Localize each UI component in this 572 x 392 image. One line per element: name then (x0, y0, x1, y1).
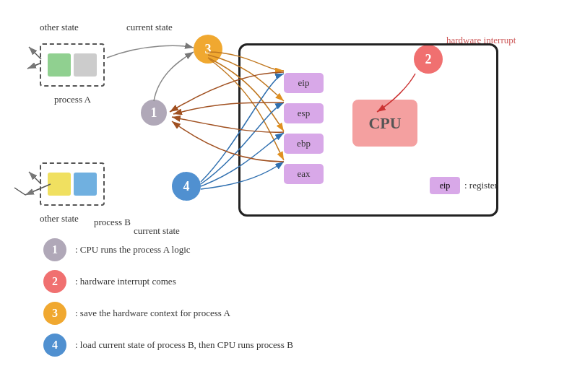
legend-text-2: : hardware interrupt comes (75, 276, 176, 287)
legend-text-3: : save the hardware context for process … (75, 308, 230, 319)
register-legend: eip : register (430, 177, 498, 194)
reg-eax: eax (284, 164, 324, 184)
process-b-current-state (74, 173, 97, 196)
circle-4: 4 (172, 172, 201, 201)
current-state-bottom-label: current state (134, 225, 180, 237)
process-a-current-state (74, 53, 97, 77)
reg-legend-box: eip (430, 177, 460, 194)
process-b-other-state (48, 173, 71, 196)
legend-item-4: 4 : load current state of process B, the… (43, 334, 293, 357)
circle-3: 3 (194, 35, 222, 64)
current-state-top-label: current state (126, 22, 173, 33)
reg-esp: esp (284, 103, 324, 123)
circle-1: 1 (141, 100, 167, 126)
other-state-top-label: other state (40, 22, 79, 33)
process-b-label: process B (94, 217, 131, 228)
legend-item-2: 2 : hardware interrupt comes (43, 270, 293, 293)
legend-item-3: 3 : save the hardware context for proces… (43, 302, 293, 325)
legend: 1 : CPU runs the process A logic 2 : har… (43, 238, 293, 365)
legend-text-4: : load current state of process B, then … (75, 339, 293, 351)
legend-item-1: 1 : CPU runs the process A logic (43, 238, 293, 261)
legend-circle-1: 1 (43, 238, 66, 261)
process-a-other-state (48, 53, 71, 77)
diagram: other state current state process A 1 ot… (0, 0, 572, 392)
other-state-bottom-label: other state (40, 213, 79, 225)
process-a-box (40, 43, 105, 87)
legend-circle-2: 2 (43, 270, 66, 293)
legend-circle-4: 4 (43, 334, 66, 357)
process-b-box (40, 162, 105, 206)
register-legend-text: : register (464, 180, 498, 191)
cpu-label: CPU (352, 100, 417, 147)
reg-eip: eip (284, 73, 324, 93)
process-a-label: process A (54, 94, 91, 105)
reg-ebp: ebp (284, 134, 324, 154)
legend-text-1: : CPU runs the process A logic (75, 244, 191, 256)
legend-circle-3: 3 (43, 302, 66, 325)
